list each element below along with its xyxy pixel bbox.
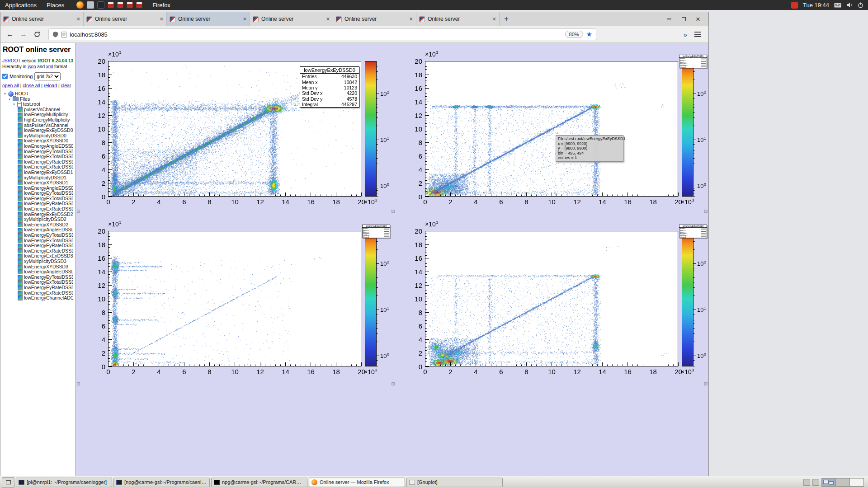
tab-close-icon[interactable]: ✕: [492, 16, 496, 22]
app-launcher-icon-2[interactable]: [117, 2, 123, 8]
back-button[interactable]: ←: [4, 28, 16, 40]
tree-item[interactable]: lowEnergyEyTotalDSSD0: [2, 149, 73, 155]
pad-resize-grip[interactable]: [77, 210, 80, 213]
plot-canvas-lowEnergyExEyDSSD1[interactable]: [392, 43, 708, 213]
layout-select[interactable]: grid 2x2: [34, 72, 61, 80]
tab-close-icon[interactable]: ✕: [243, 16, 247, 22]
notification-icon[interactable]: [791, 2, 798, 9]
terminal-launcher-icon[interactable]: [97, 1, 104, 9]
action-link-open-all[interactable]: open all: [2, 83, 19, 88]
tree-item[interactable]: lowEnergyExEyDSSD2: [2, 212, 73, 217]
app-launcher-icon-3[interactable]: [127, 2, 133, 8]
action-link-clear[interactable]: clear: [61, 83, 71, 88]
tree-item[interactable]: lowEnergyExRateDSSD0: [2, 164, 73, 170]
tree-item[interactable]: lowEnergyExTotalDSSD0: [2, 154, 73, 160]
browser-tab[interactable]: Online server✕: [0, 12, 84, 26]
action-link-reload[interactable]: reload: [44, 83, 57, 88]
tree-item[interactable]: lowEnergyExEyDSSD0: [2, 128, 73, 133]
page-info-icon[interactable]: [61, 32, 66, 38]
tree-item[interactable]: highEnergyMultiplicity: [2, 117, 73, 123]
monitoring-checkbox[interactable]: [2, 74, 8, 79]
tree-item[interactable]: lowEnergyAngleEDSSD2: [2, 227, 73, 233]
overflow-menu-icon[interactable]: »: [684, 31, 687, 38]
close-window-button[interactable]: ✕: [692, 14, 704, 24]
reload-button[interactable]: [31, 28, 43, 40]
tree-item[interactable]: lowEnergyChannelADC: [2, 296, 73, 301]
shield-icon[interactable]: [52, 31, 58, 38]
tree-item[interactable]: lowEnergyAngleEDSSD3: [2, 269, 73, 275]
minimize-button[interactable]: [663, 14, 675, 24]
expander-icon[interactable]: ▾: [8, 97, 11, 102]
pad-resize-grip[interactable]: [704, 210, 708, 213]
tree-item[interactable]: lowEnergyEyTotalDSSD3: [2, 275, 73, 280]
tray-item[interactable]: [803, 479, 810, 486]
firefox-launcher-icon[interactable]: [76, 1, 84, 9]
tree-item[interactable]: lowEnergyEyTotalDSSD2: [2, 233, 73, 238]
plot-canvas-lowEnergyExEyDSSD2[interactable]: [75, 213, 392, 383]
stats-box[interactable]: lowEnergyExEyDSSD0 Entries449630Mean x10…: [300, 66, 359, 108]
taskbar-window-button[interactable]: npg@carme-gsi:~/Programs/CARME...: [211, 478, 307, 487]
workspace-1[interactable]: [822, 479, 836, 486]
expander-icon[interactable]: ▾: [3, 91, 7, 97]
app-launcher-icon-1[interactable]: [108, 2, 114, 8]
power-icon[interactable]: [858, 2, 863, 8]
tree-item[interactable]: lowEnergyExTotalDSSD1: [2, 196, 73, 202]
tree-item[interactable]: lowEnergyExRateDSSD3: [2, 291, 73, 296]
places-menu[interactable]: Places: [47, 2, 64, 9]
tab-close-icon[interactable]: ✕: [409, 16, 413, 22]
workspace-3[interactable]: [850, 479, 863, 486]
jsroot-link[interactable]: JSROOT: [2, 58, 20, 63]
tree-item[interactable]: lowEnergyXYDSSD3: [2, 264, 73, 270]
action-link-close-all[interactable]: close all: [23, 83, 40, 88]
json-link[interactable]: json: [28, 64, 36, 69]
tree-item[interactable]: lowEnergyExEyDSSD1: [2, 170, 73, 175]
bookmark-star-icon[interactable]: ★: [586, 30, 592, 38]
tree-node-files[interactable]: ▾ Files: [2, 97, 73, 102]
tab-close-icon[interactable]: ✕: [160, 16, 164, 22]
expander-icon[interactable]: ▾: [12, 102, 16, 107]
pad-resize-grip[interactable]: [77, 382, 80, 385]
tree-item[interactable]: lowEnergyEyRateDSSD2: [2, 243, 73, 249]
browser-tab[interactable]: Online server✕: [250, 12, 333, 26]
tree-item[interactable]: xyMultiplicityDSSD3: [2, 259, 73, 264]
tree-item[interactable]: lowEnergyExTotalDSSD3: [2, 280, 73, 285]
tree-item[interactable]: xyMultiplicityDSSD2: [2, 217, 73, 222]
tree-item[interactable]: lowEnergyAngleEDSSD1: [2, 186, 73, 191]
tree-item[interactable]: lowEnergyAngleEDSSD0: [2, 144, 73, 149]
volume-icon[interactable]: [846, 2, 853, 8]
tree-item[interactable]: lowEnergyXYDSSD2: [2, 222, 73, 228]
clock[interactable]: Tue 19:44: [803, 2, 829, 9]
tree-item[interactable]: lowEnergyXYDSSD1: [2, 180, 73, 186]
browser-tab[interactable]: Online server✕: [416, 12, 500, 26]
url-text[interactable]: localhost:8085: [70, 31, 562, 38]
taskbar-window-button[interactable]: [pi@nnrpi1: ~/Programs/caenlogger]: [16, 478, 112, 487]
tree-item[interactable]: lowEnergyEyRateDSSD0: [2, 160, 73, 165]
keyboard-indicator-icon[interactable]: [834, 3, 841, 8]
maximize-button[interactable]: [678, 14, 689, 24]
files-launcher-icon[interactable]: [87, 1, 94, 9]
tab-close-icon[interactable]: ✕: [326, 16, 330, 22]
tree-item[interactable]: lowEnergyEyTotalDSSD1: [2, 191, 73, 196]
pad-resize-grip[interactable]: [392, 382, 395, 385]
tree-item[interactable]: xyMultiplicityDSSD0: [2, 133, 73, 139]
taskbar-window-button[interactable]: [Gnuplot]: [406, 478, 503, 487]
tree-item[interactable]: pulserVsChannel: [2, 107, 73, 113]
tab-close-icon[interactable]: ✕: [76, 16, 80, 22]
tree-item[interactable]: lowEnergyExTotalDSSD2: [2, 238, 73, 244]
tray-item[interactable]: [812, 479, 819, 486]
tree-item[interactable]: lowEnergyExRateDSSD2: [2, 249, 73, 254]
pad-resize-grip[interactable]: [704, 382, 708, 385]
pad-resize-grip[interactable]: [392, 210, 395, 213]
tree-node-file[interactable]: ▾ test.root: [2, 102, 73, 107]
url-bar[interactable]: localhost:8085 80% ★: [48, 28, 596, 40]
xml-link[interactable]: xml: [46, 64, 53, 69]
tree-item[interactable]: xyMultiplicityDSSD1: [2, 175, 73, 181]
taskbar-window-button[interactable]: Online server — Mozilla Firefox: [309, 478, 405, 487]
browser-tab[interactable]: Online server✕: [167, 12, 250, 26]
browser-tab[interactable]: Online server✕: [84, 12, 167, 26]
tree-item[interactable]: lowEnergyXYDSSD0: [2, 138, 73, 144]
browser-tab[interactable]: Online server✕: [333, 12, 416, 26]
tree-item[interactable]: lowEnergyEyRateDSSD3: [2, 285, 73, 291]
new-tab-button[interactable]: +: [500, 12, 513, 26]
taskbar-window-button[interactable]: [npg@carme-gsi:~/Programs/caenlo...: [113, 478, 210, 487]
